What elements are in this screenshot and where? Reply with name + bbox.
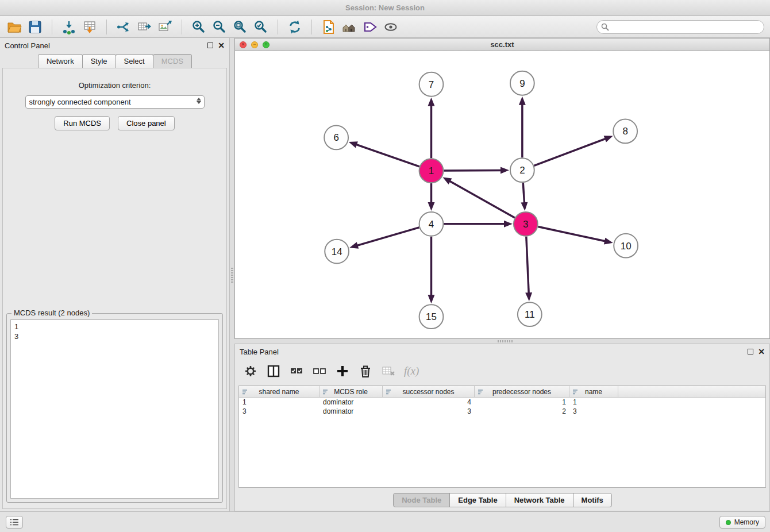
window-close-button[interactable]: ×	[240, 41, 247, 48]
graph-node[interactable]: 10	[614, 234, 638, 258]
graph-node[interactable]: 1	[419, 159, 444, 183]
function-icon[interactable]: f(x)	[404, 365, 419, 377]
trash-icon[interactable]	[358, 364, 373, 379]
table-cell[interactable]: dominator	[319, 398, 383, 407]
graph-edge[interactable]	[526, 237, 529, 294]
memory-label: Memory	[734, 518, 759, 526]
svg-text:2: 2	[519, 165, 525, 176]
graph-node[interactable]: 14	[325, 240, 349, 264]
graph-edge[interactable]	[534, 138, 606, 165]
splitter-grip[interactable]	[498, 340, 513, 342]
close-panel-button[interactable]: Close panel	[118, 116, 175, 130]
graph-node[interactable]: 8	[613, 119, 637, 144]
new-network-icon[interactable]	[115, 18, 132, 36]
tab-style[interactable]: Style	[82, 54, 116, 68]
tab-node-table[interactable]: Node Table	[393, 493, 450, 507]
tab-select[interactable]: Select	[116, 54, 153, 68]
list-item[interactable]: 1	[11, 322, 218, 331]
float-panel-icon[interactable]	[207, 43, 213, 48]
graph-edge[interactable]	[449, 181, 515, 218]
edge-arrowhead-icon	[604, 238, 613, 245]
control-panel-header: Control Panel ✕	[0, 38, 229, 53]
graph-node[interactable]: 11	[518, 302, 542, 326]
zoom-fit-icon[interactable]	[232, 18, 249, 36]
deselect-all-icon[interactable]	[312, 364, 327, 379]
memory-button[interactable]: Memory	[719, 516, 765, 529]
edge-arrowhead-icon	[349, 242, 359, 248]
table-cell[interactable]: 1	[239, 398, 319, 407]
column-header[interactable]: successor nodes	[383, 386, 475, 397]
close-panel-icon[interactable]: ✕	[758, 349, 765, 354]
list-item[interactable]: 3	[11, 331, 218, 341]
svg-text:7: 7	[429, 79, 434, 90]
zoom-out-icon[interactable]	[211, 18, 228, 36]
table-cell[interactable]: 3	[569, 407, 618, 416]
table-cell[interactable]: 3	[239, 407, 319, 416]
table-cell[interactable]: dominator	[319, 407, 383, 416]
tab-mcds[interactable]: MCDS	[153, 54, 192, 68]
optimization-criterion-select[interactable]: strongly connected component	[25, 95, 205, 109]
tab-edge-table[interactable]: Edge Table	[449, 493, 506, 507]
columns-icon[interactable]	[266, 364, 281, 379]
add-icon[interactable]	[335, 364, 350, 379]
graph-node[interactable]: 15	[419, 304, 444, 329]
mcds-result-list[interactable]: 13	[10, 319, 219, 499]
window-zoom-button[interactable]: +	[263, 41, 270, 48]
graph-node[interactable]: 2	[510, 158, 534, 182]
graph-edge[interactable]	[538, 226, 606, 241]
delete-columns-icon[interactable]	[381, 364, 396, 379]
gear-icon[interactable]	[243, 364, 258, 379]
graph-node[interactable]: 4	[419, 212, 444, 236]
select-all-icon[interactable]	[289, 364, 304, 379]
show-panels-button[interactable]	[6, 516, 23, 529]
graph-edge[interactable]	[523, 183, 524, 203]
window-minimize-button[interactable]: −	[251, 41, 258, 48]
label-tag-icon[interactable]	[361, 18, 379, 36]
open-session-icon[interactable]	[6, 18, 23, 36]
search-input[interactable]	[596, 20, 764, 34]
table-cell[interactable]: 4	[383, 398, 475, 407]
document-network-icon[interactable]	[320, 18, 337, 36]
vertical-splitter[interactable]	[230, 38, 234, 511]
tab-network-table[interactable]: Network Table	[506, 493, 573, 507]
run-mcds-button[interactable]: Run MCDS	[55, 116, 110, 130]
column-header[interactable]: MCDS role	[319, 386, 383, 397]
graph-edge[interactable]	[444, 170, 502, 171]
zoom-in-icon[interactable]	[190, 18, 207, 36]
float-panel-icon[interactable]	[748, 349, 753, 354]
table-cell[interactable]: 3	[383, 407, 475, 416]
export-table-icon[interactable]	[136, 18, 153, 36]
tab-network[interactable]: Network	[38, 54, 83, 68]
column-header[interactable]: name	[569, 386, 618, 397]
import-table-icon[interactable]	[81, 18, 98, 36]
refresh-layout-icon[interactable]	[286, 18, 303, 36]
zoom-selected-icon[interactable]	[252, 18, 270, 36]
graph-edge[interactable]	[356, 144, 419, 167]
edge-arrowhead-icon	[428, 295, 435, 303]
toolbar-separator	[52, 20, 52, 34]
svg-text:15: 15	[426, 311, 437, 322]
column-header[interactable]: shared name	[239, 386, 319, 397]
graph-node[interactable]: 3	[514, 212, 538, 236]
table-cell[interactable]: 1	[569, 398, 618, 407]
eye-icon[interactable]	[382, 18, 399, 36]
import-network-icon[interactable]	[60, 18, 78, 36]
close-panel-icon[interactable]: ✕	[218, 43, 225, 48]
graph-edge[interactable]	[357, 228, 419, 246]
horizontal-splitter[interactable]	[234, 339, 770, 344]
table-cell[interactable]: 1	[475, 398, 569, 407]
tab-motifs[interactable]: Motifs	[573, 493, 612, 507]
table-row[interactable]: 1dominator411	[239, 398, 765, 407]
network-overview-icon[interactable]	[341, 18, 358, 36]
export-image-icon[interactable]	[156, 18, 174, 36]
network-canvas[interactable]: 7968124314101511	[235, 51, 769, 338]
table-cell[interactable]: 2	[475, 407, 569, 416]
svg-text:3: 3	[523, 219, 528, 230]
column-header[interactable]: predecessor nodes	[475, 386, 569, 397]
table-row[interactable]: 3dominator323	[239, 407, 765, 416]
graph-node[interactable]: 6	[324, 125, 348, 149]
splitter-grip[interactable]	[231, 268, 233, 283]
save-session-icon[interactable]	[26, 18, 44, 36]
graph-node[interactable]: 9	[510, 71, 534, 95]
graph-node[interactable]: 7	[419, 72, 444, 97]
